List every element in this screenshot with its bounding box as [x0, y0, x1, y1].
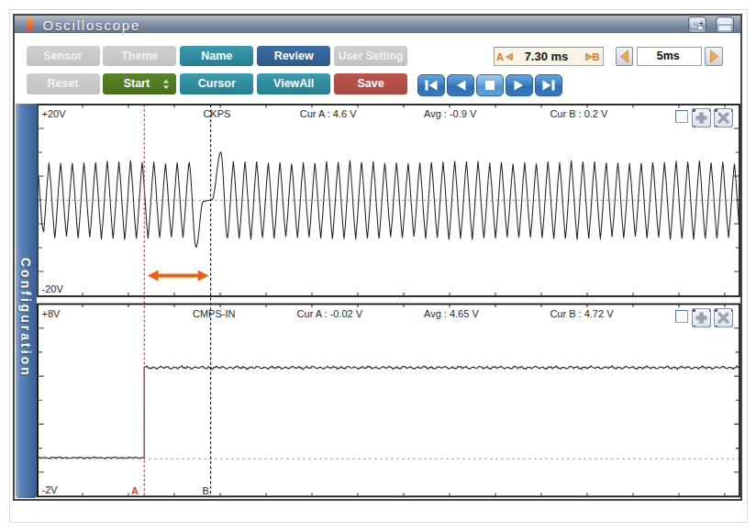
svg-text:+20V: +20V	[42, 108, 67, 119]
svg-text:Cur B : 0.2 V: Cur B : 0.2 V	[550, 108, 608, 119]
svg-text:Cur A : -0.02 V: Cur A : -0.02 V	[297, 308, 363, 319]
svg-text:-2V: -2V	[42, 484, 59, 495]
svg-text:Avg : 4.65 V: Avg : 4.65 V	[424, 308, 479, 319]
svg-text:-20V: -20V	[42, 283, 64, 294]
svg-text:CKPS: CKPS	[203, 108, 230, 119]
svg-text:Cur A : 4.6 V: Cur A : 4.6 V	[300, 108, 357, 119]
svg-text:A: A	[131, 485, 139, 496]
svg-text:CMPS-IN: CMPS-IN	[193, 308, 236, 319]
svg-text:Avg : -0.9 V: Avg : -0.9 V	[424, 108, 477, 119]
svg-text:B: B	[203, 485, 209, 496]
svg-text:+8V: +8V	[42, 308, 61, 319]
svg-text:Cur B : 4.72 V: Cur B : 4.72 V	[550, 308, 614, 319]
